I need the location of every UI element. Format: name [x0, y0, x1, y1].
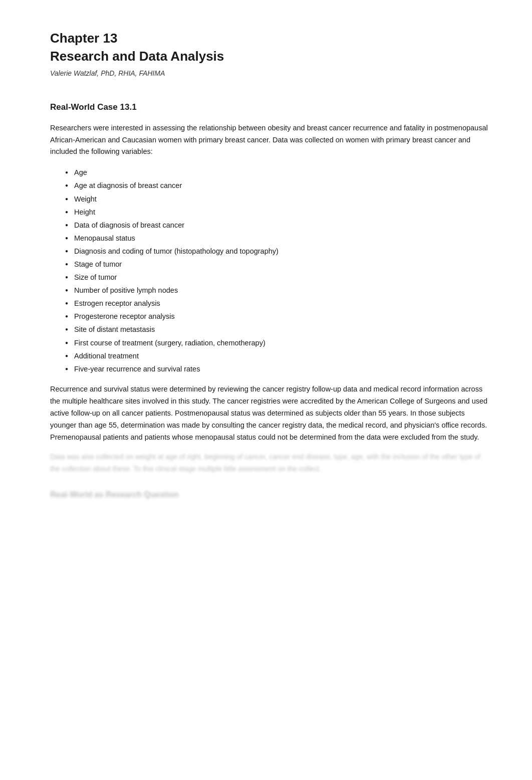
- list-item: Five-year recurrence and survival rates: [65, 362, 492, 375]
- intro-paragraph: Researchers were interested in assessing…: [50, 122, 492, 158]
- list-item: Site of distant metastasis: [65, 323, 492, 336]
- chapter-number: Chapter 13: [50, 30, 492, 47]
- list-item: Menopausal status: [65, 232, 492, 245]
- list-item: Number of positive lymph nodes: [65, 284, 492, 297]
- list-item: Additional treatment: [65, 349, 492, 362]
- section-title: Real-World Case 13.1: [50, 97, 492, 112]
- variables-list: AgeAge at diagnosis of breast cancerWeig…: [65, 166, 492, 375]
- list-item: Diagnosis and coding of tumor (histopath…: [65, 245, 492, 258]
- author-byline: Valerie Watzlaf, PhD, RHIA, FAHIMA: [50, 69, 492, 77]
- list-item: Estrogen receptor analysis: [65, 297, 492, 310]
- list-item: Stage of tumor: [65, 258, 492, 271]
- list-item: Progesterone receptor analysis: [65, 310, 492, 323]
- list-item: First course of treatment (surgery, radi…: [65, 336, 492, 349]
- blurred-heading: Real-World as Research Question: [50, 490, 492, 499]
- blurred-section: Data was also collected on weight at age…: [50, 451, 492, 499]
- list-item: Weight: [65, 192, 492, 206]
- list-item: Data of diagnosis of breast cancer: [65, 219, 492, 232]
- list-item: Size of tumor: [65, 271, 492, 284]
- list-item: Age at diagnosis of breast cancer: [65, 179, 492, 192]
- list-item: Height: [65, 206, 492, 219]
- follow-paragraph: Recurrence and survival status were dete…: [50, 383, 492, 444]
- blurred-paragraph-1: Data was also collected on weight at age…: [50, 451, 492, 475]
- chapter-header: Chapter 13 Research and Data Analysis Va…: [50, 30, 492, 77]
- chapter-title: Research and Data Analysis: [50, 48, 492, 65]
- list-item: Age: [65, 166, 492, 179]
